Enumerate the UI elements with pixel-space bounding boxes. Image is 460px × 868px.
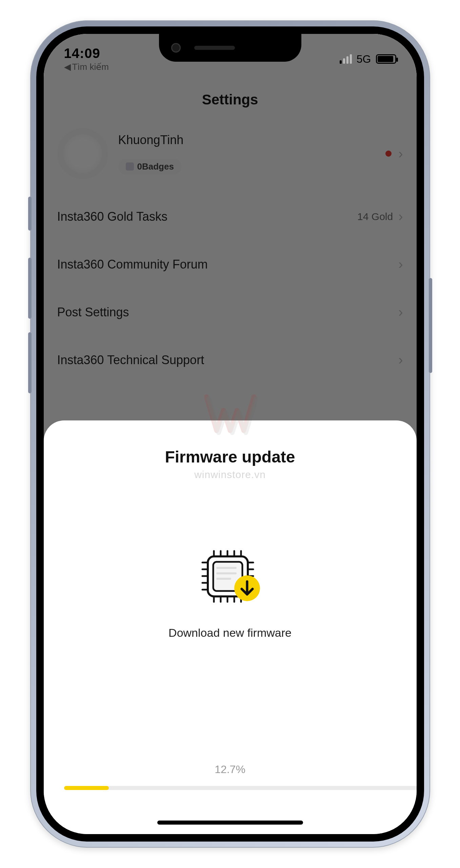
earpiece-speaker bbox=[194, 46, 235, 50]
home-indicator[interactable] bbox=[157, 821, 303, 825]
progress-section: 12.7% bbox=[64, 763, 417, 790]
volume-down-button bbox=[28, 332, 32, 393]
chevron-right-icon: › bbox=[398, 352, 403, 368]
row-label: Insta360 Technical Support bbox=[57, 353, 204, 367]
chevron-right-icon: › bbox=[398, 257, 403, 272]
download-status-label: Download new firmware bbox=[168, 626, 292, 639]
battery-icon bbox=[376, 54, 396, 64]
network-type: 5G bbox=[357, 53, 371, 65]
progress-percent: 12.7% bbox=[64, 763, 396, 776]
page-title: Settings bbox=[44, 92, 417, 108]
progress-bar-fill bbox=[64, 786, 109, 790]
cellular-signal-icon bbox=[340, 54, 352, 64]
row-post-settings[interactable]: Post Settings › bbox=[44, 288, 417, 336]
sheet-title: Firmware update bbox=[165, 448, 295, 466]
row-gold-tasks[interactable]: Insta360 Gold Tasks 14 Gold › bbox=[44, 193, 417, 240]
back-arrow-icon: ◀ bbox=[64, 62, 71, 72]
row-label: Insta360 Community Forum bbox=[57, 257, 208, 272]
row-label: Insta360 Gold Tasks bbox=[57, 210, 168, 224]
firmware-update-sheet: Firmware update winwinstore.vn bbox=[44, 420, 417, 834]
row-community-forum[interactable]: Insta360 Community Forum › bbox=[44, 240, 417, 288]
phone-frame: 14:09 ◀ Tìm kiếm 5G Settings bbox=[30, 20, 430, 848]
volume-up-button bbox=[28, 258, 32, 319]
breadcrumb-label: Tìm kiếm bbox=[72, 62, 109, 72]
power-button bbox=[429, 278, 432, 373]
chevron-right-icon: › bbox=[398, 146, 403, 161]
row-technical-support[interactable]: Insta360 Technical Support › bbox=[44, 336, 417, 384]
row-value: 14 Gold bbox=[357, 211, 393, 222]
screen: 14:09 ◀ Tìm kiếm 5G Settings bbox=[44, 34, 417, 834]
badges-count-label: 0Badges bbox=[137, 161, 174, 172]
badges-pill[interactable]: 0Badges bbox=[118, 159, 181, 175]
breadcrumb-back[interactable]: ◀ Tìm kiếm bbox=[64, 62, 109, 72]
mute-switch bbox=[28, 197, 32, 231]
watermark-text: winwinstore.vn bbox=[194, 469, 266, 480]
progress-bar bbox=[64, 786, 417, 790]
badge-icon bbox=[126, 162, 134, 171]
chevron-right-icon: › bbox=[398, 209, 403, 224]
row-label: Post Settings bbox=[57, 305, 129, 319]
avatar bbox=[57, 128, 108, 179]
status-time: 14:09 bbox=[64, 46, 100, 61]
settings-background: 14:09 ◀ Tìm kiếm 5G Settings bbox=[44, 34, 417, 444]
chevron-right-icon: › bbox=[398, 304, 403, 320]
notification-dot-icon bbox=[385, 151, 392, 157]
username-label: KhuongTinh bbox=[118, 133, 376, 147]
notch bbox=[159, 34, 301, 62]
profile-row[interactable]: KhuongTinh 0Badges › bbox=[44, 108, 417, 193]
front-camera bbox=[171, 43, 181, 53]
firmware-chip-icon bbox=[196, 548, 264, 606]
